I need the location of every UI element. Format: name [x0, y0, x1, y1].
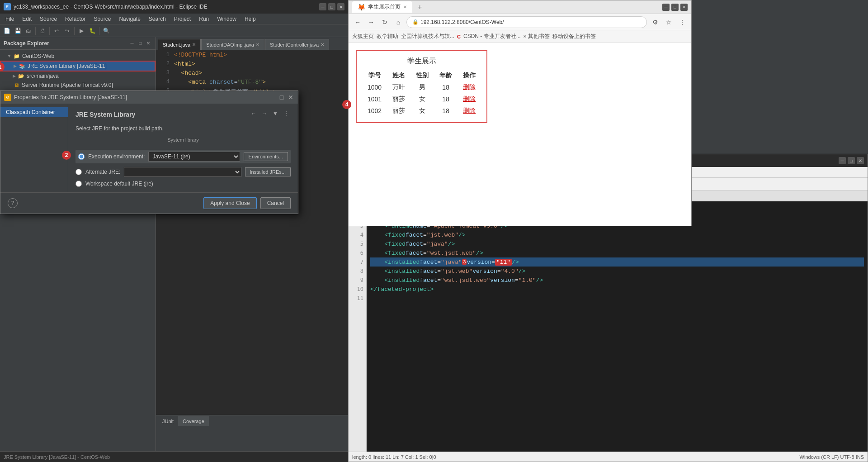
npp-close[interactable]: ✕: [857, 157, 864, 164]
nav-back-btn[interactable]: ←: [249, 109, 258, 118]
menu-source1[interactable]: Source: [36, 15, 61, 23]
cell-gender-1001: 女: [410, 93, 434, 105]
menu-refactor[interactable]: Refactor: [61, 15, 89, 23]
environments-btn[interactable]: Environments...: [244, 152, 288, 161]
close-btn[interactable]: ✕: [337, 3, 344, 10]
browser-bookmarks: 火狐主页 教学辅助 全国计算机技术与软... C CSDN - 专业开发者社..…: [349, 30, 691, 43]
properties-icon: ⚙: [4, 94, 11, 101]
workspace-jre-radio[interactable]: [75, 181, 82, 187]
bookmark-csdn[interactable]: CSDN - 专业开发者社...: [463, 33, 521, 40]
installed-jres-btn[interactable]: Installed JREs...: [245, 167, 291, 176]
dialog-title-text: Properties for JRE System Library [JavaS…: [14, 94, 127, 100]
npp-minimize[interactable]: ─: [839, 157, 846, 164]
tree-tomcat[interactable]: 🖥 Server Runtime [Apache Tomcat v9.0]: [0, 81, 156, 90]
menu-window[interactable]: Window: [213, 15, 240, 23]
ln-10: 10: [349, 285, 366, 294]
toolbar-redo[interactable]: ↪: [62, 26, 72, 36]
tree-arrow-src[interactable]: ▶: [13, 74, 16, 78]
tab-studentcontroller[interactable]: StudentController.java ✕: [265, 39, 329, 50]
menu-edit[interactable]: Edit: [19, 15, 35, 23]
toolbar-save-all[interactable]: 🗂: [24, 26, 33, 36]
browser-home-btn[interactable]: ⌂: [393, 17, 404, 28]
menu-file[interactable]: File: [2, 15, 18, 23]
npp-code-area[interactable]: <?xml version="1.0" encoding="UTF-8"2?> …: [367, 201, 868, 452]
cell-gender-1000: 男: [410, 81, 434, 93]
nav-more-btn[interactable]: ⋮: [282, 109, 291, 118]
browser-fwd-btn[interactable]: →: [366, 17, 377, 28]
delete-btn-1001[interactable]: 删除: [463, 95, 476, 102]
close-browser-tab[interactable]: ✕: [403, 5, 407, 10]
extensions-icon[interactable]: ⚙: [650, 17, 660, 28]
npp-code-line-4: <fixed facet="jst.web"/>: [370, 230, 864, 239]
dialog-close-btn[interactable]: ✕: [287, 94, 294, 101]
toolbar-search[interactable]: 🔍: [101, 26, 111, 36]
tree-label-jre: JRE System Library [JavaSE-11]: [28, 63, 107, 69]
toolbar-save[interactable]: 💾: [13, 26, 23, 36]
exec-env-select[interactable]: JavaSE-11 (jre): [148, 152, 240, 162]
bottom-tab-coverage[interactable]: Coverage: [178, 416, 209, 426]
menu-project[interactable]: Project: [170, 15, 194, 23]
toolbar-undo[interactable]: ↩: [52, 26, 61, 36]
bookmark-icon[interactable]: ☆: [663, 17, 674, 28]
browser-active-tab[interactable]: 🦊 学生展示首页 ✕: [352, 1, 412, 13]
tree-src-java[interactable]: ▶ 📂 src/main/java: [0, 71, 156, 81]
bookmark-comp[interactable]: 全国计算机技术与软...: [401, 33, 454, 40]
panel-close[interactable]: ✕: [145, 40, 152, 47]
menu-search[interactable]: Search: [145, 15, 170, 23]
delete-btn-1000[interactable]: 删除: [463, 83, 476, 90]
panel-minimize[interactable]: ─: [128, 40, 136, 47]
new-tab-btn[interactable]: +: [416, 1, 424, 13]
tab-student-java[interactable]: Student.java ✕: [158, 39, 201, 50]
ln-11: 11: [349, 294, 366, 303]
toolbar-run[interactable]: ▶: [76, 26, 86, 36]
npp-code-line-10: </faceted-project>: [370, 285, 864, 294]
tree-arrow-centos[interactable]: ▼: [7, 54, 11, 58]
bookmark-mobile[interactable]: 移动设备上的书签: [552, 33, 596, 40]
npp-win-buttons: ─ □ ✕: [839, 157, 864, 164]
exec-env-radio[interactable]: [78, 153, 85, 160]
tree-arrow-jre[interactable]: ▶: [14, 64, 17, 68]
browser-minimize[interactable]: ─: [662, 4, 670, 11]
settings-icon[interactable]: ⋮: [677, 17, 688, 28]
tab-studentdao[interactable]: StudentDAOImpl.java ✕: [201, 39, 264, 50]
bottom-tab-junit[interactable]: JUnit: [158, 416, 178, 426]
alt-jre-select[interactable]: [124, 167, 241, 177]
bookmark-edu[interactable]: 教学辅助: [377, 33, 398, 40]
menu-help[interactable]: Help: [241, 15, 259, 23]
panel-maximize[interactable]: □: [137, 40, 144, 47]
toolbar-print[interactable]: 🖨: [38, 26, 47, 36]
nav-down-btn[interactable]: ▼: [271, 109, 280, 118]
close-tab-student[interactable]: ✕: [192, 42, 196, 47]
alt-jre-radio[interactable]: [75, 169, 82, 175]
tree-centos-web[interactable]: ▼ 📁 CentOS-Web: [0, 52, 156, 61]
close-tab-studentcontroller[interactable]: ✕: [321, 42, 324, 47]
bookmark-home[interactable]: 火狐主页: [352, 33, 374, 40]
apply-close-btn[interactable]: Apply and Close: [203, 197, 256, 209]
close-tab-studentdao[interactable]: ✕: [256, 42, 259, 47]
browser-reload-btn[interactable]: ↻: [379, 17, 390, 28]
menu-run[interactable]: Run: [195, 15, 212, 23]
toolbar-new[interactable]: 📄: [2, 26, 12, 36]
help-button[interactable]: ?: [8, 198, 18, 208]
dialog-sidebar-classpath[interactable]: Classpath Container: [0, 107, 68, 117]
npp-code-line-6: <fixed facet="wst.jsdt.web"/>: [370, 248, 864, 257]
toolbar-debug[interactable]: 🐛: [87, 26, 97, 36]
tree-jre-library[interactable]: 1 ▶ 📚 JRE System Library [JavaSE-11]: [0, 61, 156, 71]
browser-url-bar[interactable]: 🔒 192.168.122.2:8080/CentOS-Web/: [406, 16, 647, 28]
classpath-label: Classpath Container: [6, 109, 55, 115]
maximize-btn[interactable]: □: [328, 3, 335, 10]
browser-restore[interactable]: □: [671, 4, 679, 11]
ln-9: 9: [349, 276, 366, 285]
menu-navigate[interactable]: Navigate: [115, 15, 144, 23]
delete-btn-1002[interactable]: 删除: [463, 107, 476, 114]
nav-fwd-btn[interactable]: →: [260, 109, 269, 118]
minimize-btn[interactable]: ─: [319, 3, 326, 10]
browser-back-btn[interactable]: ←: [352, 17, 363, 28]
browser-nav-bar: ← → ↻ ⌂ 🔒 192.168.122.2:8080/CentOS-Web/…: [349, 14, 691, 30]
menu-source2[interactable]: Source: [90, 15, 114, 23]
npp-restore[interactable]: □: [848, 157, 855, 164]
dialog-minimize-btn[interactable]: □: [278, 94, 285, 101]
browser-close[interactable]: ✕: [680, 4, 688, 11]
bookmark-more[interactable]: » 其他书签: [524, 33, 550, 40]
cancel-btn[interactable]: Cancel: [260, 197, 291, 209]
